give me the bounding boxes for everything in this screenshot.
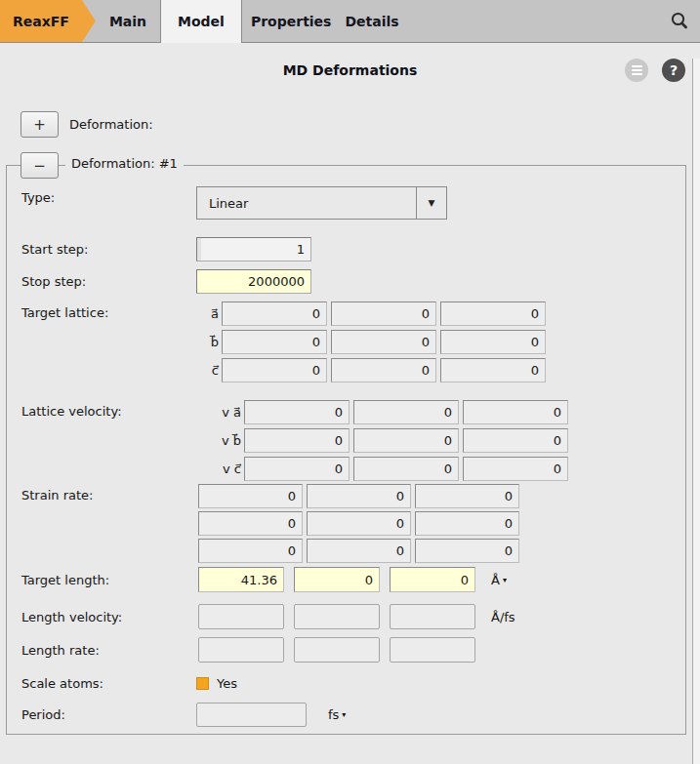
strain-rate-13-input[interactable]: [415, 484, 519, 508]
vector-va-label: v a⃗: [196, 405, 244, 420]
length-rate-label: Length rate:: [21, 643, 196, 658]
hamburger-icon: [632, 73, 642, 75]
period-unit-dropdown[interactable]: fs▾: [328, 707, 346, 722]
strain-rate-row-3: [198, 539, 519, 563]
target-lattice-c2-input[interactable]: [331, 358, 436, 382]
lattice-velocity-row-c: v c⃗: [196, 457, 568, 481]
strain-rate-11-input[interactable]: [198, 484, 303, 508]
scale-atoms-value-label: Yes: [217, 676, 237, 691]
length-velocity-2-input[interactable]: [294, 604, 380, 629]
unit-dropdown-arrow-icon: ▾: [342, 710, 346, 719]
target-lattice-a3-input[interactable]: [440, 302, 546, 326]
target-length-label: Target length:: [21, 573, 196, 587]
deformation-1-legend: Deformation: #1: [65, 156, 184, 171]
strain-rate-33-input[interactable]: [415, 539, 519, 563]
minus-icon: −: [33, 157, 46, 175]
lattice-velocity-b3-input[interactable]: [463, 428, 568, 453]
target-lattice-b3-input[interactable]: [440, 330, 546, 354]
stop-step-input[interactable]: [196, 269, 311, 294]
period-input[interactable]: [196, 703, 307, 727]
length-velocity-3-input[interactable]: [390, 604, 475, 629]
length-velocity-row: Length velocity: Å/fs: [21, 604, 685, 629]
stop-step-label: Stop step:: [21, 274, 196, 289]
add-deformation-row: + Deformation:: [21, 111, 700, 138]
scale-atoms-row: Scale atoms: Yes: [21, 676, 685, 691]
target-lattice-row-c: c⃗: [196, 358, 546, 382]
strain-rate-21-input[interactable]: [198, 511, 303, 536]
target-lattice-a2-input[interactable]: [331, 302, 436, 326]
tab-model-label: Model: [178, 14, 225, 29]
period-label: Period:: [21, 707, 196, 722]
vertical-scrollbar[interactable]: [692, 59, 700, 764]
strain-rate-12-input[interactable]: [307, 484, 411, 508]
target-lattice-c3-input[interactable]: [440, 358, 546, 382]
strain-rate-23-input[interactable]: [415, 511, 519, 536]
tab-reaxff-label: ReaxFF: [13, 14, 69, 29]
target-length-unit-dropdown[interactable]: Å▾: [491, 573, 507, 587]
strain-rate-row-1: [198, 484, 519, 508]
length-rate-1-input[interactable]: [198, 637, 284, 663]
length-rate-3-input[interactable]: [390, 637, 475, 663]
length-rate-row: Length rate:: [21, 637, 685, 663]
target-lattice-c1-input[interactable]: [222, 358, 327, 382]
lattice-velocity-c2-input[interactable]: [353, 457, 459, 481]
panel-md-deformations: MD Deformations ? + Deformation: − Defor…: [0, 59, 700, 764]
tab-details[interactable]: Details: [345, 14, 412, 29]
lattice-velocity-row-a: v a⃗: [196, 400, 568, 424]
tab-bar: ReaxFF Main Model Properties Details: [0, 0, 700, 43]
panel-menu-button[interactable]: [625, 59, 648, 82]
lattice-velocity-label: Lattice velocity:: [21, 400, 196, 419]
type-dropdown[interactable]: Linear ▼: [196, 186, 447, 220]
start-step-label: Start step:: [21, 242, 196, 257]
target-length-2-input[interactable]: [294, 567, 380, 592]
tab-properties-label: Properties: [251, 14, 332, 29]
vector-a-label: a⃗: [196, 306, 222, 321]
lattice-velocity-a1-input[interactable]: [244, 400, 350, 424]
strain-rate-32-input[interactable]: [307, 539, 411, 563]
add-deformation-button[interactable]: +: [21, 111, 59, 138]
type-dropdown-value: Linear: [197, 196, 416, 211]
unit-dropdown-arrow-icon: ▾: [503, 576, 507, 584]
lattice-velocity-c3-input[interactable]: [463, 457, 568, 481]
target-length-3-input[interactable]: [390, 567, 475, 592]
vector-vb-label: v b⃗: [196, 433, 244, 448]
strain-rate-block: Strain rate:: [21, 484, 685, 563]
target-lattice-row-b: b⃗: [196, 330, 546, 354]
search-button[interactable]: [667, 9, 692, 34]
strain-rate-label: Strain rate:: [21, 484, 196, 503]
target-lattice-b1-input[interactable]: [222, 330, 327, 354]
tab-main[interactable]: Main: [96, 0, 160, 42]
lattice-velocity-b1-input[interactable]: [244, 428, 350, 453]
length-rate-2-input[interactable]: [294, 637, 380, 663]
strain-rate-22-input[interactable]: [307, 511, 411, 536]
tab-reaxff[interactable]: ReaxFF: [0, 0, 96, 42]
scale-atoms-checkbox[interactable]: [196, 677, 209, 690]
lattice-velocity-a3-input[interactable]: [463, 400, 568, 424]
lattice-velocity-c1-input[interactable]: [244, 457, 350, 481]
scale-atoms-label: Scale atoms:: [21, 676, 196, 691]
stop-step-row: Stop step:: [21, 269, 685, 294]
start-step-input[interactable]: [196, 237, 311, 261]
search-icon: [669, 11, 690, 32]
target-lattice-a1-input[interactable]: [222, 302, 327, 326]
remove-deformation-button[interactable]: −: [21, 152, 59, 179]
target-lattice-b2-input[interactable]: [331, 330, 436, 354]
length-velocity-1-input[interactable]: [198, 604, 284, 629]
target-lattice-block: Target lattice: a⃗ b⃗ c⃗: [21, 302, 685, 382]
chevron-down-icon: ▼: [417, 198, 446, 208]
tab-main-label: Main: [109, 14, 146, 29]
page-title: MD Deformations: [0, 59, 700, 82]
target-length-1-input[interactable]: [198, 567, 284, 592]
period-row: Period: fs▾: [21, 703, 685, 727]
hamburger-icon: [632, 65, 642, 67]
tab-properties[interactable]: Properties: [242, 14, 346, 29]
deformation-1-group: − Deformation: #1 Type: Linear ▼ Start s…: [6, 165, 686, 735]
lattice-velocity-b2-input[interactable]: [353, 428, 459, 453]
tab-model[interactable]: Model: [160, 0, 242, 43]
help-button[interactable]: ?: [662, 59, 685, 82]
strain-rate-31-input[interactable]: [198, 539, 303, 563]
question-mark-icon: ?: [670, 62, 678, 78]
lattice-velocity-a2-input[interactable]: [353, 400, 459, 424]
tab-segment-right: Properties Details: [242, 0, 700, 43]
unit-fs-label: fs: [328, 707, 339, 722]
